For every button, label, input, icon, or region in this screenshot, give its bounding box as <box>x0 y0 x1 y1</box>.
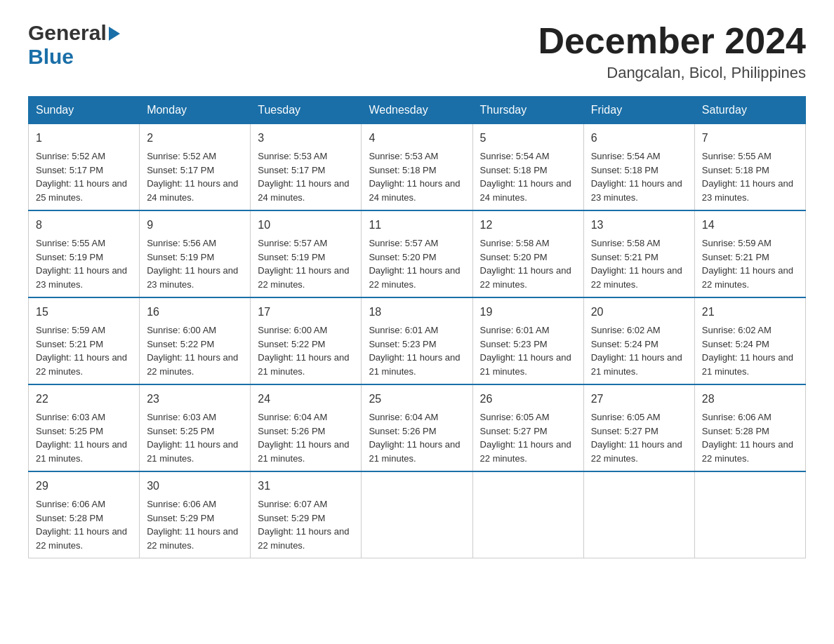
sunrise-label: Sunrise: 5:55 AM <box>36 238 105 248</box>
daylight-label: Daylight: 11 hours and 21 minutes. <box>258 439 349 464</box>
daylight-label: Daylight: 11 hours and 21 minutes. <box>369 439 460 464</box>
sunrise-label: Sunrise: 5:52 AM <box>147 151 216 161</box>
calendar-cell: 12Sunrise: 5:58 AMSunset: 5:20 PMDayligh… <box>472 210 583 297</box>
day-number: 8 <box>36 217 132 234</box>
daylight-label: Daylight: 11 hours and 23 minutes. <box>702 178 793 203</box>
sunrise-label: Sunrise: 5:52 AM <box>36 151 105 161</box>
day-number: 25 <box>369 391 465 408</box>
daylight-label: Daylight: 11 hours and 21 minutes. <box>147 439 238 464</box>
logo-blue-text: Blue <box>28 45 74 68</box>
sunrise-label: Sunrise: 6:02 AM <box>591 325 661 335</box>
sunrise-label: Sunrise: 6:01 AM <box>480 325 550 335</box>
sunset-label: Sunset: 5:29 PM <box>147 513 214 523</box>
sunrise-label: Sunrise: 5:58 AM <box>480 238 550 248</box>
day-header-tuesday: Tuesday <box>251 97 362 124</box>
sunset-label: Sunset: 5:17 PM <box>258 165 325 175</box>
day-number: 10 <box>258 217 354 234</box>
sunrise-label: Sunrise: 6:00 AM <box>258 325 327 335</box>
calendar-cell: 3Sunrise: 5:53 AMSunset: 5:17 PMDaylight… <box>251 124 362 211</box>
daylight-label: Daylight: 11 hours and 22 minutes. <box>591 265 682 290</box>
sunrise-label: Sunrise: 5:54 AM <box>591 151 661 161</box>
day-number: 9 <box>147 217 243 234</box>
day-header-wednesday: Wednesday <box>362 97 472 124</box>
logo-general-text: General <box>28 21 107 45</box>
sunrise-label: Sunrise: 5:56 AM <box>147 238 216 248</box>
day-header-sunday: Sunday <box>29 97 140 124</box>
sunset-label: Sunset: 5:22 PM <box>147 339 214 349</box>
title-block: December 2024 Dangcalan, Bicol, Philippi… <box>538 21 806 82</box>
sunset-label: Sunset: 5:19 PM <box>258 252 325 262</box>
day-number: 14 <box>702 217 798 234</box>
day-number: 7 <box>702 130 798 147</box>
calendar-cell: 31Sunrise: 6:07 AMSunset: 5:29 PMDayligh… <box>251 471 362 558</box>
calendar-cell: 25Sunrise: 6:04 AMSunset: 5:26 PMDayligh… <box>362 384 472 471</box>
sunset-label: Sunset: 5:18 PM <box>480 165 548 175</box>
daylight-label: Daylight: 11 hours and 25 minutes. <box>36 178 127 203</box>
day-number: 28 <box>702 391 798 408</box>
sunset-label: Sunset: 5:27 PM <box>591 426 658 436</box>
daylight-label: Daylight: 11 hours and 22 minutes. <box>591 439 682 464</box>
day-header-thursday: Thursday <box>472 97 583 124</box>
sunset-label: Sunset: 5:17 PM <box>147 165 214 175</box>
sunset-label: Sunset: 5:28 PM <box>36 513 103 523</box>
sunrise-label: Sunrise: 6:06 AM <box>36 499 105 509</box>
calendar-cell: 18Sunrise: 6:01 AMSunset: 5:23 PMDayligh… <box>362 297 472 384</box>
sunrise-label: Sunrise: 6:05 AM <box>480 412 550 422</box>
sunset-label: Sunset: 5:27 PM <box>480 426 548 436</box>
location-subtitle: Dangcalan, Bicol, Philippines <box>538 64 806 82</box>
sunset-label: Sunset: 5:25 PM <box>36 426 103 436</box>
daylight-label: Daylight: 11 hours and 22 minutes. <box>258 526 349 551</box>
daylight-label: Daylight: 11 hours and 24 minutes. <box>369 178 460 203</box>
calendar-cell: 10Sunrise: 5:57 AMSunset: 5:19 PMDayligh… <box>251 210 362 297</box>
sunrise-label: Sunrise: 5:59 AM <box>36 325 105 335</box>
calendar-table: SundayMondayTuesdayWednesdayThursdayFrid… <box>28 96 806 558</box>
daylight-label: Daylight: 11 hours and 22 minutes. <box>147 352 238 377</box>
sunset-label: Sunset: 5:21 PM <box>591 252 658 262</box>
sunrise-label: Sunrise: 5:57 AM <box>369 238 438 248</box>
day-number: 15 <box>36 304 132 321</box>
day-number: 16 <box>147 304 243 321</box>
calendar-cell: 29Sunrise: 6:06 AMSunset: 5:28 PMDayligh… <box>29 471 140 558</box>
sunrise-label: Sunrise: 5:59 AM <box>702 238 772 248</box>
sunrise-label: Sunrise: 5:58 AM <box>591 238 661 248</box>
calendar-cell <box>472 471 583 558</box>
day-number: 22 <box>36 391 132 408</box>
calendar-cell: 13Sunrise: 5:58 AMSunset: 5:21 PMDayligh… <box>583 210 694 297</box>
daylight-label: Daylight: 11 hours and 22 minutes. <box>147 526 238 551</box>
sunset-label: Sunset: 5:22 PM <box>258 339 325 349</box>
sunset-label: Sunset: 5:18 PM <box>702 165 769 175</box>
sunrise-label: Sunrise: 6:03 AM <box>147 412 216 422</box>
sunrise-label: Sunrise: 5:53 AM <box>369 151 438 161</box>
sunrise-label: Sunrise: 6:06 AM <box>702 412 772 422</box>
day-number: 5 <box>480 130 576 147</box>
sunrise-label: Sunrise: 6:07 AM <box>258 499 327 509</box>
calendar-cell: 9Sunrise: 5:56 AMSunset: 5:19 PMDaylight… <box>140 210 251 297</box>
sunset-label: Sunset: 5:19 PM <box>36 252 103 262</box>
calendar-cell: 15Sunrise: 5:59 AMSunset: 5:21 PMDayligh… <box>29 297 140 384</box>
daylight-label: Daylight: 11 hours and 24 minutes. <box>258 178 349 203</box>
calendar-cell: 20Sunrise: 6:02 AMSunset: 5:24 PMDayligh… <box>583 297 694 384</box>
logo: General Blue <box>28 21 120 69</box>
sunset-label: Sunset: 5:24 PM <box>702 339 769 349</box>
day-header-friday: Friday <box>583 97 694 124</box>
calendar-cell: 23Sunrise: 6:03 AMSunset: 5:25 PMDayligh… <box>140 384 251 471</box>
day-number: 24 <box>258 391 354 408</box>
calendar-cell: 24Sunrise: 6:04 AMSunset: 5:26 PMDayligh… <box>251 384 362 471</box>
daylight-label: Daylight: 11 hours and 22 minutes. <box>369 265 460 290</box>
calendar-cell: 14Sunrise: 5:59 AMSunset: 5:21 PMDayligh… <box>694 210 805 297</box>
day-number: 12 <box>480 217 576 234</box>
sunset-label: Sunset: 5:18 PM <box>591 165 658 175</box>
calendar-cell: 26Sunrise: 6:05 AMSunset: 5:27 PMDayligh… <box>472 384 583 471</box>
day-header-monday: Monday <box>140 97 251 124</box>
calendar-cell <box>583 471 694 558</box>
sunset-label: Sunset: 5:17 PM <box>36 165 103 175</box>
daylight-label: Daylight: 11 hours and 22 minutes. <box>702 439 793 464</box>
calendar-week-row: 1Sunrise: 5:52 AMSunset: 5:17 PMDaylight… <box>29 124 806 211</box>
sunrise-label: Sunrise: 6:00 AM <box>147 325 216 335</box>
day-number: 3 <box>258 130 354 147</box>
calendar-cell: 7Sunrise: 5:55 AMSunset: 5:18 PMDaylight… <box>694 124 805 211</box>
calendar-cell: 30Sunrise: 6:06 AMSunset: 5:29 PMDayligh… <box>140 471 251 558</box>
sunset-label: Sunset: 5:29 PM <box>258 513 325 523</box>
calendar-cell: 1Sunrise: 5:52 AMSunset: 5:17 PMDaylight… <box>29 124 140 211</box>
calendar-cell <box>694 471 805 558</box>
